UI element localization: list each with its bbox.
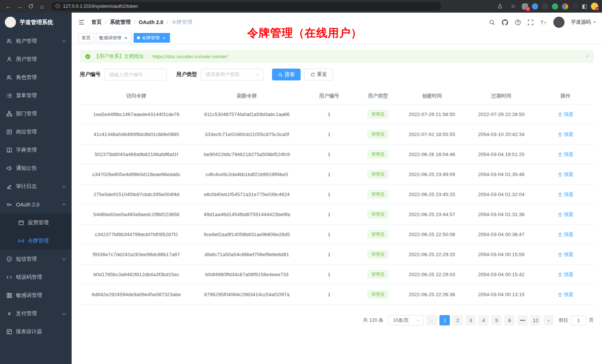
hamburger-icon[interactable] — [75, 16, 88, 29]
forward-icon[interactable]: → — [15, 1, 24, 11]
page-button-4[interactable]: 4 — [478, 315, 489, 325]
extension-icon-5[interactable] — [562, 3, 568, 10]
doc-link[interactable]: https://doc.iocoder.cn/user-center/ — [153, 54, 228, 59]
extension-icon-3[interactable] — [542, 3, 548, 10]
sidebar-item-oauth2-token[interactable]: 令牌管理 — [0, 232, 72, 250]
sidebar-item-tenant[interactable]: 租户管理 — [0, 32, 72, 50]
access-token-cell: 502375b8040a469a9b82188afdf6af1f — [80, 145, 193, 165]
force-logout-button[interactable]: 强退 — [558, 191, 573, 198]
sidebar-item-post[interactable]: 岗位管理 — [0, 123, 72, 141]
alert-close-icon[interactable]: × — [586, 53, 589, 60]
tab-sensitive-words[interactable]: 敏感词管理 × — [96, 33, 132, 43]
site-info-icon[interactable]: ⓘ — [55, 3, 60, 10]
reset-button[interactable]: 重置 — [304, 69, 333, 80]
tab-label: 令牌管理 — [142, 35, 160, 41]
browser-profile-icon[interactable] — [591, 3, 598, 10]
sidebar-item-oauth2[interactable]: OAuth 2.0 — [0, 195, 72, 214]
close-icon[interactable]: × — [123, 35, 128, 40]
user-type-select[interactable]: 请选择用户类型 — [201, 69, 263, 80]
breadcrumb-item[interactable]: OAuth 2.0 — [139, 19, 163, 25]
sidebar-item-menu[interactable]: 菜单管理 — [0, 86, 72, 105]
sidebar-item-role[interactable]: 角色管理 — [0, 68, 72, 86]
sidebar-item-error-code[interactable]: 错误码管理 — [0, 268, 72, 286]
breadcrumb-item[interactable]: 首页 — [91, 19, 102, 26]
force-logout-button[interactable]: 强退 — [558, 271, 573, 278]
sidebar-item-sms[interactable]: 短信管理 — [0, 250, 72, 268]
user-avatar[interactable] — [553, 17, 565, 28]
page-button-3[interactable]: 3 — [465, 315, 476, 325]
refresh-token-cell: 8796295f04064c2983414cc54af1097a — [193, 285, 301, 305]
home-icon[interactable]: ⌂ — [37, 1, 47, 11]
page-button-5[interactable]: 5 — [491, 315, 502, 325]
access-token-cell: 275e5de9151045fe87cbdc395e004f4d — [80, 185, 193, 205]
sidebar-item-sensitive-words[interactable]: 敏感词管理 — [0, 286, 72, 304]
force-logout-button[interactable]: 强退 — [558, 111, 573, 118]
force-logout-button[interactable]: 强退 — [558, 291, 573, 298]
user-menu[interactable]: 芋道源码 — [571, 19, 596, 26]
sidebar-item-oauth2-client[interactable]: 应用管理 — [0, 214, 72, 232]
force-logout-button[interactable]: 强退 — [558, 231, 573, 238]
sidebar-item-label: 短信管理 — [16, 256, 59, 262]
sidebar-menu: 租户管理 用户管理 角色管理 菜单管理 部门管理 岗位管理 — [0, 32, 72, 341]
more-pages-button[interactable]: ••• — [517, 315, 528, 325]
extension-icon-4[interactable] — [552, 3, 558, 10]
prev-page-button[interactable]: ‹ — [426, 315, 437, 325]
page-button-1[interactable]: 1 — [439, 315, 450, 325]
page-button-2[interactable]: 2 — [452, 315, 463, 325]
refresh-token-cell: 811c530487574fa0af1a59d3abc1aa66 — [193, 105, 301, 125]
tab-label: 首页 — [82, 35, 91, 41]
sidebar-item-audit-log[interactable]: 审计日志 — [0, 177, 72, 195]
search-button[interactable]: 搜索 — [272, 69, 301, 80]
trash-icon — [558, 112, 562, 117]
address-bar[interactable]: ⓘ 127.0.0.1:1024/system/oauth2/token — [51, 2, 441, 11]
shield-icon — [6, 256, 12, 262]
force-logout-button[interactable]: 强退 — [558, 151, 573, 158]
sidebar-item-dict[interactable]: 字典管理 — [0, 141, 72, 159]
report-grid-icon — [6, 329, 12, 335]
close-icon[interactable]: × — [161, 35, 167, 40]
sidebar-item-payment[interactable]: ¥ 支付管理 — [0, 304, 72, 322]
reload-icon[interactable] — [26, 1, 36, 11]
bookmark-star-icon[interactable]: ☆ — [508, 1, 518, 11]
trash-icon — [558, 272, 562, 277]
sidebar-item-report-designer[interactable]: 报表设计器 — [0, 322, 72, 341]
extension-icon-1[interactable]: 0 — [522, 3, 528, 10]
split-view-icon[interactable]: ◧ — [582, 3, 587, 10]
user-id-input[interactable] — [104, 69, 167, 80]
next-page-button[interactable]: › — [543, 315, 554, 325]
sidebar-item-user[interactable]: 用户管理 — [0, 50, 72, 68]
expires-at-cell: 2054-03-04 19:51:25 — [465, 145, 537, 165]
back-icon[interactable]: ← — [4, 1, 13, 11]
force-logout-button[interactable]: 强退 — [558, 251, 573, 258]
chevron-down-icon — [62, 257, 66, 260]
tab-token-management[interactable]: 令牌管理 × — [134, 33, 170, 43]
page-button-6[interactable]: 6 — [504, 315, 515, 325]
app-logo[interactable]: 芋道管理系统 — [0, 13, 72, 32]
extension-icon-6[interactable] — [572, 3, 578, 10]
refresh-token-cell: be90422b8c7946218275a508bf524fc9 — [193, 145, 301, 165]
force-logout-button[interactable]: 强退 — [558, 171, 573, 178]
font-size-icon[interactable]: TT — [540, 19, 547, 26]
extension-icon-2[interactable] — [532, 3, 538, 10]
url-text: 127.0.0.1:1024/system/oauth2/token — [63, 4, 138, 9]
sidebar-item-notice[interactable]: 通知公告 — [0, 159, 72, 177]
github-icon[interactable] — [501, 19, 508, 26]
browser-chrome: ← → ⌂ ⓘ 127.0.0.1:1024/system/oauth2/tok… — [0, 0, 602, 13]
search-icon[interactable] — [489, 19, 495, 26]
fullscreen-icon[interactable] — [527, 19, 534, 26]
goto-label: 前往 — [559, 317, 568, 324]
page-button-12[interactable]: 12 — [530, 315, 541, 325]
sidebar-item-department[interactable]: 部门管理 — [0, 105, 72, 123]
help-icon[interactable] — [515, 19, 521, 26]
goto-page-input[interactable] — [571, 315, 586, 325]
force-logout-button[interactable]: 强退 — [558, 211, 573, 218]
extension-badge: 0 — [526, 7, 530, 11]
breadcrumb-item[interactable]: 系统管理 — [110, 19, 131, 26]
page-content: 【用户体系】文档地址： https://doc.iocoder.cn/user-… — [72, 44, 602, 325]
tab-home[interactable]: 首页 — [78, 33, 94, 43]
force-logout-button[interactable]: 强退 — [558, 131, 573, 138]
column-header: 刷新令牌 — [193, 88, 301, 105]
code-icon — [6, 274, 12, 280]
share-icon[interactable] — [495, 1, 505, 11]
page-size-select[interactable]: 10条/页 — [388, 315, 424, 325]
